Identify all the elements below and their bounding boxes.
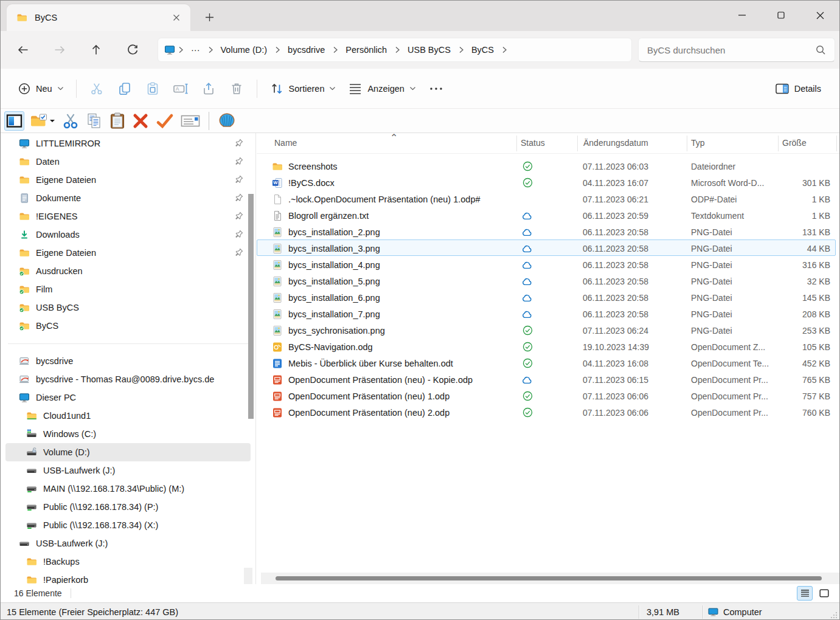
search-box[interactable]: ByCS durchsuchen bbox=[638, 38, 835, 62]
classic-panel-toggle-button[interactable] bbox=[4, 111, 24, 131]
search-input[interactable]: ByCS durchsuchen bbox=[647, 45, 815, 55]
file-name[interactable]: bycs_installation_2.png bbox=[272, 224, 380, 240]
table-row[interactable]: Mebis - Überblick über Kurse behalten.od… bbox=[257, 354, 836, 371]
more-options-button[interactable] bbox=[422, 77, 450, 101]
sidebar-item-bycsdrive[interactable]: bycsdrive bbox=[5, 352, 251, 370]
copy-button[interactable] bbox=[111, 77, 139, 101]
delete-button[interactable] bbox=[223, 77, 251, 101]
sidebar-item-backups[interactable]: !Backups bbox=[5, 553, 251, 571]
sidebar-item-public-192-168-178-34-p[interactable]: Public (\\192.168.178.34) (P:) bbox=[5, 498, 251, 516]
file-name[interactable]: ByCS-Navigation.odg bbox=[272, 339, 373, 355]
column-divider[interactable] bbox=[577, 136, 578, 151]
table-row[interactable]: OpenDocument Präsentation (neu) - Kopie.… bbox=[257, 371, 836, 387]
classic-cut-button[interactable] bbox=[61, 111, 80, 131]
breadcrumb-overflow[interactable]: ··· bbox=[186, 43, 205, 57]
sidebar-item-ausdrucken[interactable]: Ausdrucken bbox=[5, 262, 251, 280]
new-tab-button[interactable] bbox=[199, 7, 220, 27]
table-row[interactable]: bycs_installation_4.png06.11.2023 20:58P… bbox=[257, 256, 836, 272]
horizontal-scrollbar[interactable] bbox=[261, 573, 839, 584]
forward-button[interactable] bbox=[48, 38, 71, 61]
up-button[interactable] bbox=[85, 38, 108, 61]
file-name[interactable]: Mebis - Überblick über Kurse behalten.od… bbox=[272, 355, 453, 371]
table-row[interactable]: OpenDocument Präsentation (neu) 2.odp07.… bbox=[257, 404, 836, 420]
sidebar-item-usb-laufwerk-j[interactable]: USB-Laufwerk (J:) bbox=[5, 461, 251, 480]
table-row[interactable]: bycs_installation_3.png06.11.2023 20:58P… bbox=[257, 239, 836, 256]
table-row[interactable]: Blogroll ergänzen.txt06.11.2023 20:59Tex… bbox=[257, 207, 836, 223]
sidebar-item-littlemirror[interactable]: LITTLEMIRROR bbox=[5, 134, 251, 153]
classic-delete-button[interactable] bbox=[131, 111, 150, 131]
column-divider[interactable] bbox=[836, 136, 837, 151]
column-header-type[interactable]: Typ bbox=[691, 138, 705, 148]
table-row[interactable]: .~lock.OpenDocument Präsentation (neu) 1… bbox=[257, 190, 836, 207]
column-header-name[interactable]: Name bbox=[274, 138, 297, 148]
table-row[interactable]: Screenshots07.11.2023 06:03Dateiordner bbox=[257, 157, 836, 174]
horizontal-scrollbar-thumb[interactable] bbox=[276, 576, 822, 580]
sidebar-item-dokumente[interactable]: Dokumente bbox=[5, 189, 251, 207]
file-name[interactable]: OpenDocument Präsentation (neu) - Kopie.… bbox=[272, 371, 473, 388]
file-name[interactable]: Screenshots bbox=[272, 158, 338, 174]
sidebar-item-bycsdrive-thomas-rau-0089-drive-bycs-de[interactable]: bycsdrive - Thomas Rau@0089.drive.bycs.d… bbox=[5, 370, 251, 388]
file-name[interactable]: bycs_sychronisation.png bbox=[272, 322, 385, 339]
sidebar-item-eigenes[interactable]: !EIGENES bbox=[5, 207, 251, 226]
file-name[interactable]: Blogroll ergänzen.txt bbox=[272, 207, 369, 224]
breadcrumb[interactable]: ···Volume (D:)bycsdrivePersönlichUSB ByC… bbox=[158, 38, 632, 62]
view-button[interactable]: Anzeigen bbox=[342, 77, 422, 100]
sort-button[interactable]: Sortieren bbox=[263, 77, 342, 101]
details-view-button[interactable] bbox=[797, 586, 813, 601]
file-name[interactable]: bycs_installation_4.png bbox=[272, 257, 380, 273]
classic-copy-button[interactable] bbox=[85, 111, 104, 131]
table-row[interactable]: bycs_installation_7.png06.11.2023 20:58P… bbox=[257, 305, 836, 322]
file-name[interactable]: bycs_installation_6.png bbox=[272, 289, 380, 306]
column-header-date[interactable]: Änderungsdatum bbox=[583, 138, 648, 148]
table-row[interactable]: OpenDocument Präsentation (neu) 1.odp07.… bbox=[257, 387, 836, 404]
classic-apply-button[interactable] bbox=[154, 112, 175, 130]
large-icons-view-button[interactable] bbox=[816, 586, 832, 601]
file-name[interactable]: W!ByCS.docx bbox=[272, 174, 335, 191]
breadcrumb-item-1[interactable]: bycsdrive bbox=[283, 43, 330, 57]
refresh-button[interactable] bbox=[121, 38, 144, 61]
sidebar-scrollbar-thumb[interactable] bbox=[248, 194, 254, 419]
classic-email-button[interactable] bbox=[179, 112, 201, 129]
file-name[interactable]: bycs_installation_3.png bbox=[272, 240, 380, 257]
file-name[interactable]: OpenDocument Präsentation (neu) 2.odp bbox=[272, 404, 450, 421]
table-row[interactable]: bycs_installation_6.png06.11.2023 20:58P… bbox=[257, 289, 836, 305]
maximize-button[interactable] bbox=[762, 1, 800, 30]
classic-paste-button[interactable] bbox=[108, 111, 127, 131]
file-name[interactable]: bycs_installation_7.png bbox=[272, 306, 380, 322]
sidebar-item-eigene-dateien[interactable]: Eigene Dateien bbox=[5, 171, 251, 189]
sidebar-item-usb-bycs[interactable]: USB ByCS bbox=[5, 298, 251, 317]
column-divider[interactable] bbox=[687, 136, 687, 151]
table-row[interactable]: bycs_installation_5.png06.11.2023 20:58P… bbox=[257, 272, 836, 289]
paste-button[interactable] bbox=[139, 77, 167, 101]
share-button[interactable] bbox=[195, 77, 223, 101]
sidebar-item-film[interactable]: Film bbox=[5, 280, 251, 298]
details-pane-button[interactable]: Details bbox=[768, 77, 828, 100]
minimize-button[interactable] bbox=[723, 1, 762, 30]
sidebar-item-eigene-dateien[interactable]: Eigene Dateien bbox=[5, 244, 251, 262]
sidebar-item-windows-c[interactable]: Windows (C:) bbox=[5, 425, 251, 443]
table-row[interactable]: bycs_sychronisation.png07.11.2023 06:24P… bbox=[257, 322, 836, 338]
column-divider[interactable] bbox=[516, 136, 517, 151]
sidebar-item-usb-laufwerk-j[interactable]: USB-Laufwerk (J:) bbox=[5, 534, 251, 553]
cut-button[interactable] bbox=[83, 77, 111, 101]
column-header-size[interactable]: Größe bbox=[782, 138, 807, 148]
file-name[interactable]: .~lock.OpenDocument Präsentation (neu) 1… bbox=[272, 191, 481, 207]
file-name[interactable]: OpenDocument Präsentation (neu) 1.odp bbox=[272, 388, 450, 404]
sidebar-item-papierkorb[interactable]: !Papierkorb bbox=[5, 571, 251, 585]
sidebar-item-downloads[interactable]: Downloads bbox=[5, 226, 251, 244]
close-button[interactable] bbox=[800, 1, 839, 30]
breadcrumb-item-0[interactable]: Volume (D:) bbox=[216, 43, 272, 57]
table-row[interactable]: ByCS-Navigation.odg19.10.2023 14:39OpenD… bbox=[257, 338, 836, 354]
file-name[interactable]: bycs_installation_5.png bbox=[272, 273, 380, 289]
sidebar-item-public-192-168-178-34-x[interactable]: Public (\\192.168.178.34) (X:) bbox=[5, 516, 251, 534]
classic-folder-settings-button[interactable] bbox=[29, 112, 57, 130]
breadcrumb-item-3[interactable]: USB ByCS bbox=[403, 43, 456, 57]
back-button[interactable] bbox=[12, 38, 35, 61]
table-row[interactable]: W!ByCS.docx04.11.2023 16:07Microsoft Wor… bbox=[257, 174, 836, 190]
sidebar-item-volume-d[interactable]: Volume (D:) bbox=[5, 443, 251, 461]
new-button[interactable]: Neu bbox=[12, 77, 70, 100]
sidebar-item-cloud1und1[interactable]: Cloud1und1 bbox=[5, 407, 251, 425]
sidebar-item-main-192-168-178-34-public-m[interactable]: MAIN (\\192.168.178.34\Public) (M:) bbox=[5, 480, 251, 498]
classic-shell-settings-button[interactable] bbox=[217, 111, 237, 131]
breadcrumb-item-2[interactable]: Persönlich bbox=[341, 43, 392, 57]
